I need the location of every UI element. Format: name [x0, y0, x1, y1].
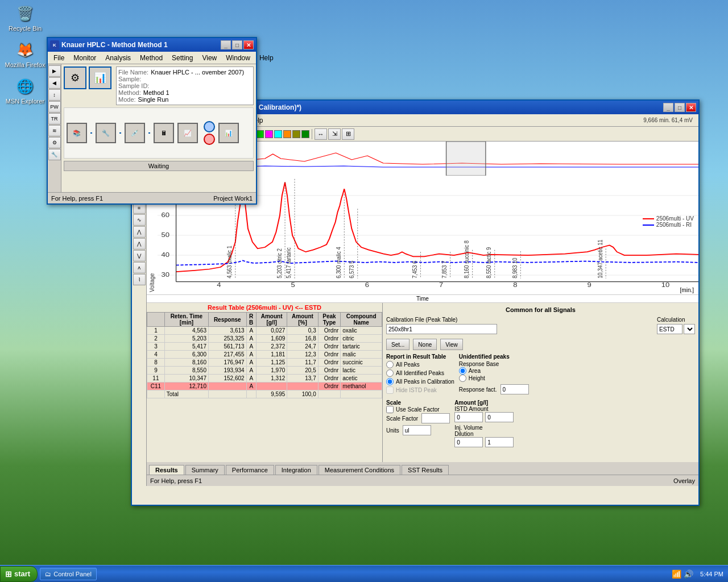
units-input[interactable] [403, 425, 431, 435]
tab-performance[interactable]: Performance [226, 465, 274, 475]
tool-peak4[interactable]: ᴧ [133, 262, 146, 273]
hplc-menu-window[interactable]: Window [221, 53, 255, 63]
tb-table[interactable]: ⊞ [342, 128, 354, 140]
analysis-maximize-btn[interactable]: □ [675, 103, 685, 112]
hplc-side-btn-8[interactable]: 🔧 [48, 149, 61, 160]
hplc-menu-view[interactable]: View [197, 53, 221, 63]
table-row[interactable]: 1110,347152,602A1,31213,7Ordnracetic [147, 375, 382, 383]
component-calc[interactable]: 🖩 [154, 123, 174, 143]
hplc-method-window: K Knauer HPLC - Method Method 1 _ □ ✕ Fi… [47, 37, 257, 205]
tab-summary[interactable]: Summary [185, 465, 225, 475]
amount-gl-input[interactable] [454, 412, 483, 422]
hplc-side-btn-5[interactable]: TR [48, 113, 61, 124]
tab-results[interactable]: Results [149, 465, 184, 475]
view-btn[interactable]: View [440, 339, 463, 350]
hplc-menu-help[interactable]: Help [255, 53, 278, 63]
component-book[interactable]: 📚 [67, 123, 87, 143]
calc-select[interactable]: ▼ [684, 324, 695, 334]
scale-factor-input[interactable] [421, 413, 450, 423]
analysis-minimize-btn[interactable]: _ [663, 103, 673, 112]
tray-sound[interactable]: 🔊 [684, 569, 693, 579]
x-axis-unit: [min.] [680, 287, 694, 293]
report-all-identified[interactable]: All Identified Peaks [386, 369, 454, 377]
hplc-maximize-btn[interactable]: □ [232, 40, 242, 49]
hplc-menu-file[interactable]: File [49, 53, 69, 63]
report-radio-group: All Peaks All Identified Peaks All Peaks… [386, 361, 454, 385]
table-row[interactable]: 46,300217,455A1,18112,3Ordnrmalic [147, 351, 382, 359]
hplc-title: Knauer HPLC - Method Method 1 [61, 41, 168, 49]
hplc-side-btn-1[interactable]: ▶ [48, 65, 61, 77]
svg-text:6,300 malic  4: 6,300 malic 4 [335, 247, 342, 278]
hplc-menu-method[interactable]: Method [135, 53, 167, 63]
hplc-titlebar[interactable]: K Knauer HPLC - Method Method 1 _ □ ✕ [48, 38, 256, 52]
tool-baseline[interactable]: ⌇ [133, 274, 146, 285]
analysis-statusbar: For Help, press F1 Overlay [147, 475, 698, 486]
table-row[interactable]: 25,203253,325A1,60916,8Ordnrcitric [147, 335, 382, 343]
radio-height[interactable]: Height [459, 375, 529, 382]
tb-resize[interactable]: ⇲ [328, 128, 341, 140]
col-compound: CompoundName [341, 313, 382, 327]
tb-arrows[interactable]: ↔ [315, 128, 327, 140]
taskbar-control-panel[interactable]: 🗂 Control Panel [40, 568, 97, 580]
color-magenta[interactable] [265, 130, 273, 138]
color-olive[interactable] [292, 130, 300, 138]
hplc-side-btn-7[interactable]: ⚙ [48, 137, 61, 148]
hplc-close-btn[interactable]: ✕ [243, 40, 254, 49]
istd-amount-input[interactable] [485, 412, 514, 422]
hplc-side-btn-4[interactable]: PW [48, 101, 61, 113]
tool-peak3[interactable]: ⋁ [133, 250, 146, 261]
firefox-icon[interactable]: 🦊 Mozilla Firefox [5, 41, 46, 68]
color-green[interactable] [256, 130, 264, 138]
results-table-section: Result Table (2506multi - UV) <-- ESTD R… [147, 303, 383, 462]
hplc-title-icon: K [50, 40, 59, 49]
calc-input[interactable] [657, 324, 682, 334]
table-row[interactable]: 88,160176,947A1,12511,7Ordnrsuccinic [147, 359, 382, 367]
color-cyan[interactable] [274, 130, 282, 138]
table-row[interactable]: 35,417561,713A2,37224,7Ordnrtartaric [147, 343, 382, 351]
hplc-data-icon[interactable]: 📊 [89, 66, 111, 89]
tab-sst[interactable]: SST Results [402, 465, 449, 475]
recycle-bin-icon[interactable]: 🗑️ Recycle Bin [5, 5, 46, 32]
table-title: Result Table (2506multi - UV) <-- ESTD [147, 303, 382, 312]
tool-wave[interactable]: ∿ [133, 214, 146, 226]
inj-vol-input[interactable] [454, 437, 483, 447]
tab-measurement[interactable]: Measurement Conditions [318, 465, 400, 475]
component-inject[interactable]: 💉 [125, 123, 145, 143]
set-btn[interactable]: Set... [386, 339, 410, 350]
tool-peak2[interactable]: ⋀ [133, 238, 146, 250]
report-all-calib[interactable]: All Peaks in Calibration [386, 378, 454, 385]
tab-integration[interactable]: Integration [275, 465, 317, 475]
component-chart[interactable]: 📈 [177, 123, 198, 143]
hplc-side-btn-3[interactable]: ↕ [48, 89, 61, 101]
analysis-close-btn[interactable]: ✕ [686, 103, 696, 112]
hplc-minimize-btn[interactable]: _ [221, 40, 231, 49]
hplc-menu-analysis[interactable]: Analysis [101, 53, 135, 63]
hplc-menu-monitor[interactable]: Monitor [69, 53, 101, 63]
tool-peak1[interactable]: ⋀ [133, 226, 146, 238]
start-button[interactable]: ⊞ start [0, 566, 38, 582]
msn-icon[interactable]: 🌐 MSN Explorer [5, 77, 46, 105]
component-final[interactable]: 📊 [218, 123, 239, 143]
tray-network[interactable]: 📶 [672, 569, 681, 579]
resp-fact-input[interactable] [500, 384, 529, 394]
calib-file-input[interactable] [386, 324, 497, 334]
hplc-side-btn-2[interactable]: ◀ [48, 77, 61, 89]
svg-text:5,417 tartaric: 5,417 tartaric [286, 247, 292, 278]
radio-area[interactable]: Area [459, 367, 529, 375]
table-row-highlight[interactable]: C1112,710AOrdnrmethanol [147, 383, 382, 390]
hplc-side-btn-6[interactable]: ≋ [48, 125, 61, 136]
none-btn[interactable]: None [413, 339, 437, 350]
component-pump[interactable]: 🔧 [96, 123, 116, 143]
table-row[interactable]: 98,550193,934A1,97020,5Ordnrlactic [147, 367, 382, 375]
table-row[interactable]: 14,5633,613A0,0270,3Ordnroxalic [147, 327, 382, 335]
desktop-icons: 🗑️ Recycle Bin 🦊 Mozilla Firefox 🌐 MSN E… [5, 5, 46, 105]
hide-istd-row[interactable]: Hide ISTD Peak [386, 386, 454, 394]
hplc-menu-setting[interactable]: Setting [167, 53, 197, 63]
color-dkgreen[interactable] [301, 130, 309, 138]
report-all-peaks[interactable]: All Peaks [386, 361, 454, 368]
svg-text:9: 9 [588, 281, 592, 289]
color-orange[interactable] [283, 130, 291, 138]
dilution-input[interactable] [485, 437, 514, 447]
hplc-settings-icon[interactable]: ⚙ [64, 66, 86, 89]
use-scale-check[interactable]: Use Scale Factor [386, 406, 450, 413]
